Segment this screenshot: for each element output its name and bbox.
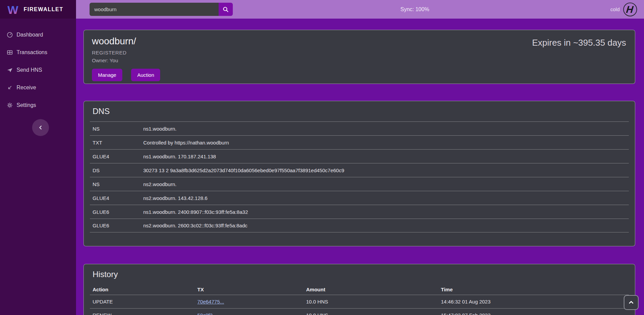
sidebar-nav: Dashboard Transactions Send HNS [0, 26, 76, 114]
history-table: Action TX Amount Time UPDATE70e64775...1… [90, 284, 629, 315]
sidebar-collapse-button[interactable] [32, 119, 49, 136]
table-icon [7, 49, 13, 55]
wallet-name: cold [610, 6, 620, 12]
chevron-left-icon [38, 125, 43, 130]
history-col-tx: TX [195, 287, 303, 292]
topbar: Sync: 100% cold H [76, 0, 644, 19]
history-time: 15:47:02 07 Feb 2023 [438, 312, 629, 315]
dns-record-row: GLUE6ns2.woodburn. 2600:3c02::f03c:93ff:… [90, 219, 629, 232]
history-action: UPDATE [90, 299, 195, 305]
dns-record-value: 30273 13 2 9a3a8fb3d625d2a2073d740f10da6… [141, 167, 629, 173]
history-tx-cell: 70e64775... [195, 299, 303, 305]
sidebar-item-dashboard[interactable]: Dashboard [0, 26, 76, 44]
dns-record-row: DS30273 13 2 9a3a8fb3d625d2a2073d740f10d… [90, 163, 629, 177]
dns-record-row: GLUE4ns2.woodburn. 143.42.128.6 [90, 191, 629, 205]
dns-record-value: ns2.woodburn. [141, 181, 629, 187]
svg-text:H: H [626, 4, 634, 15]
history-amount: 10.0 HNS [303, 299, 438, 305]
history-action: RENEW [90, 312, 195, 315]
auction-button[interactable]: Auction [131, 69, 160, 81]
dns-table: NSns1.woodburn.TXTControlled by https://… [90, 121, 629, 232]
sync-status: Sync: 100% [400, 0, 429, 19]
dns-record-row: GLUE4ns1.woodburn. 170.187.241.138 [90, 149, 629, 163]
dns-record-type: NS [90, 126, 141, 132]
dns-section-title: DNS [93, 107, 629, 116]
dns-record-type: GLUE6 [90, 209, 141, 215]
manage-button[interactable]: Manage [92, 69, 122, 81]
firewallet-logo-icon: W [6, 3, 20, 16]
history-card: History Action TX Amount Time UPDATE70e6… [83, 264, 635, 315]
history-col-amount: Amount [303, 287, 438, 292]
search-button[interactable] [219, 3, 233, 16]
domain-owner: Owner: You [92, 58, 627, 63]
svg-text:W: W [7, 3, 19, 16]
dns-record-type: NS [90, 181, 141, 187]
tx-link[interactable]: 70e64775... [197, 299, 224, 305]
history-amount: 10.0 HNS [303, 312, 438, 315]
history-time: 14:46:32 01 Aug 2023 [438, 299, 629, 305]
main-content: woodburn/ REGISTERED Owner: You Manage A… [76, 19, 644, 315]
dns-record-value: ns1.woodburn. 2400:8907::f03c:93ff:fe5a:… [141, 209, 629, 215]
dns-record-row: TXTControlled by https://nathan.woodburn [90, 135, 629, 149]
sidebar-item-settings[interactable]: Settings [0, 96, 76, 114]
sidebar-item-label: Receive [17, 85, 36, 91]
history-col-time: Time [438, 287, 629, 292]
history-header-row: Action TX Amount Time [90, 284, 629, 295]
search-bar [90, 3, 233, 16]
gauge-icon [7, 32, 13, 38]
sidebar-item-send-hns[interactable]: Send HNS [0, 61, 76, 79]
sidebar-item-label: Dashboard [17, 32, 43, 38]
chevron-up-icon [628, 300, 634, 305]
dns-record-row: NSns2.woodburn. [90, 177, 629, 191]
dns-record-type: GLUE6 [90, 223, 141, 228]
receive-icon [7, 85, 13, 91]
dns-record-type: GLUE4 [90, 195, 141, 201]
handshake-coin-icon: H [623, 2, 637, 17]
history-col-action: Action [90, 287, 195, 292]
sidebar: W FIREWALLET Dashboard Transact [0, 0, 76, 315]
dns-record-value: ns1.woodburn. [141, 126, 629, 132]
sidebar-item-label: Settings [17, 102, 36, 108]
history-tx-cell: 58c0f2... [195, 312, 303, 315]
dns-record-value: ns2.woodburn. 2600:3c02::f03c:93ff:fe5a:… [141, 223, 629, 228]
scroll-to-top-button[interactable] [624, 295, 639, 310]
dns-record-type: GLUE4 [90, 154, 141, 159]
dns-record-type: DS [90, 167, 141, 173]
search-icon [223, 6, 229, 13]
sidebar-item-label: Send HNS [17, 67, 42, 73]
search-input[interactable] [90, 3, 219, 16]
dns-card: DNS NSns1.woodburn.TXTControlled by http… [83, 101, 635, 246]
domain-card: woodburn/ REGISTERED Owner: You Manage A… [83, 30, 635, 84]
wallet-selector: cold H [610, 0, 637, 19]
history-row: UPDATE70e64775...10.0 HNS14:46:32 01 Aug… [90, 295, 629, 308]
history-row: RENEW58c0f2...10.0 HNS15:47:02 07 Feb 20… [90, 308, 629, 315]
sidebar-item-receive[interactable]: Receive [0, 79, 76, 96]
dns-record-value: Controlled by https://nathan.woodburn [141, 140, 629, 145]
gear-icon [7, 102, 13, 108]
dns-record-value: ns1.woodburn. 170.187.241.138 [141, 154, 629, 159]
brand-header: W FIREWALLET [0, 0, 76, 19]
dns-record-value: ns2.woodburn. 143.42.128.6 [141, 195, 629, 201]
brand-name: FIREWALLET [24, 6, 63, 13]
sidebar-item-label: Transactions [17, 49, 47, 55]
tx-link[interactable]: 58c0f2... [197, 312, 217, 315]
send-icon [7, 67, 13, 73]
domain-status: REGISTERED [92, 50, 627, 55]
dns-record-row: GLUE6ns1.woodburn. 2400:8907::f03c:93ff:… [90, 205, 629, 219]
history-body: UPDATE70e64775...10.0 HNS14:46:32 01 Aug… [90, 295, 629, 315]
dns-record-type: TXT [90, 140, 141, 145]
dns-record-row: NSns1.woodburn. [90, 121, 629, 135]
sidebar-item-transactions[interactable]: Transactions [0, 44, 76, 61]
history-section-title: History [93, 270, 629, 279]
domain-expires: Expires in ~395.35 days [532, 38, 626, 48]
